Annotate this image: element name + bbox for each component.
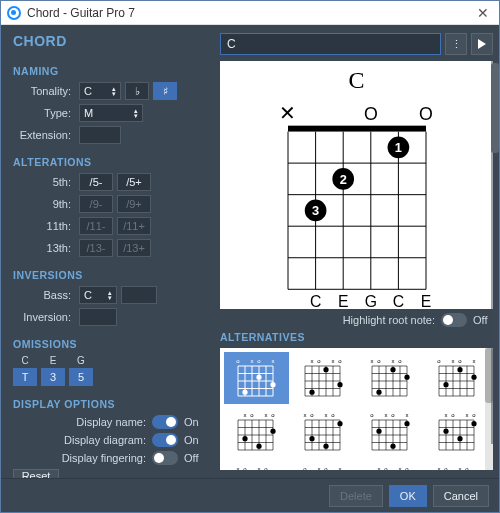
svg-text:x: x [311,358,314,364]
section-alterations: ALTERATIONS [13,156,204,168]
app-icon [7,6,21,20]
alternative-item[interactable]: oxox [424,352,489,404]
om-btn-2[interactable]: 5 [69,368,93,386]
svg-point-41 [257,375,262,380]
svg-point-115 [257,444,262,449]
svg-text:o: o [451,412,455,418]
svg-text:o: o [370,412,374,418]
more-button[interactable]: ⋮ [445,33,467,55]
svg-text:O: O [363,104,377,124]
svg-text:o: o [391,412,395,418]
type-select[interactable]: M [79,104,143,122]
svg-text:1: 1 [394,140,401,155]
alternative-item[interactable]: xoxo [291,352,356,404]
alternative-item[interactable]: xoxo [224,406,289,458]
sharp-button[interactable]: ♯ [153,82,177,100]
svg-text:o: o [258,358,262,364]
svg-text:G: G [364,293,376,309]
svg-point-151 [376,429,381,434]
svg-text:o: o [324,466,328,470]
type-label: Type: [13,107,75,119]
chord-search-input[interactable]: C [220,33,441,55]
alt-11th-plus: /11+ [117,217,151,235]
svg-point-131 [310,436,315,441]
left-panel: CHORD NAMING Tonality: C ♭ ♯ Type: M Ext… [1,25,214,478]
alternative-item[interactable]: xoxo [358,352,423,404]
om-note-2: G [77,355,85,366]
alternative-item[interactable]: xoxo [224,460,289,470]
ok-button[interactable]: OK [389,485,427,507]
svg-point-43 [243,390,248,395]
svg-text:o: o [303,466,307,470]
svg-point-42 [271,382,276,387]
tonality-select[interactable]: C [79,82,121,100]
alternative-item[interactable]: xoxo [291,406,356,458]
bass-select[interactable]: C [79,286,117,304]
section-alternatives: ALTERNATIVES [220,331,493,343]
chord-dialog: Chord - Guitar Pro 7 ✕ CHORD NAMING Tona… [0,0,500,513]
right-scrollbar[interactable] [491,53,499,444]
reset-button[interactable]: Reset [13,469,59,478]
om-btn-0[interactable]: T [13,368,37,386]
svg-text:x: x [318,466,321,470]
highlight-root-label: Highlight root note: [343,314,435,326]
alt-9th-label: 9th: [13,198,75,210]
svg-text:x: x [251,358,254,364]
svg-text:x: x [339,466,342,470]
alt-5th-minus[interactable]: /5- [79,173,113,191]
svg-text:o: o [458,358,462,364]
svg-text:x: x [272,358,275,364]
om-note-0: C [21,355,28,366]
alternative-item[interactable]: xoxo [358,460,423,470]
play-button[interactable] [471,33,493,55]
svg-text:x: x [391,358,394,364]
tonality-label: Tonality: [13,85,75,97]
svg-point-132 [324,444,329,449]
svg-text:o: o [465,466,469,470]
bass-accidental-select[interactable] [121,286,157,304]
om-btn-1[interactable]: 3 [41,368,65,386]
svg-text:E: E [420,293,431,309]
svg-text:o: o [272,412,276,418]
section-naming: NAMING [13,65,204,77]
cancel-button[interactable]: Cancel [433,485,489,507]
alternative-item[interactable]: xoxo [424,460,489,470]
svg-text:x: x [398,466,401,470]
display-name-state: On [184,416,204,428]
highlight-root-state: Off [473,314,493,326]
alternative-item[interactable]: oxox [224,352,289,404]
alternative-item[interactable]: oxox [358,406,423,458]
display-name-toggle[interactable] [152,415,178,429]
display-fingering-state: Off [184,452,204,464]
svg-point-96 [471,375,476,380]
svg-text:x: x [437,466,440,470]
svg-rect-3 [288,126,426,132]
alt-13th-minus: /13- [79,239,113,257]
svg-text:x: x [237,466,240,470]
inversion-select[interactable] [79,308,117,326]
alternative-item[interactable]: oxox [291,460,356,470]
extension-select[interactable] [79,126,121,144]
svg-point-113 [271,429,276,434]
svg-point-61 [324,367,329,372]
svg-point-95 [457,367,462,372]
svg-point-168 [443,429,448,434]
display-diagram-toggle[interactable] [152,433,178,447]
display-fingering-toggle[interactable] [152,451,178,465]
svg-point-60 [310,390,315,395]
svg-text:o: o [310,412,314,418]
section-inversions: INVERSIONS [13,269,204,281]
alternative-item[interactable]: xoxo [424,406,489,458]
delete-button[interactable]: Delete [329,485,383,507]
svg-point-167 [471,421,476,426]
svg-text:x: x [451,358,454,364]
flat-button[interactable]: ♭ [125,82,149,100]
highlight-root-toggle[interactable] [441,313,467,327]
fretboard-svg: ✕ O O [267,102,447,309]
close-icon[interactable]: ✕ [473,5,493,21]
svg-text:o: o [384,466,388,470]
svg-text:o: o [444,466,448,470]
svg-text:o: o [472,412,476,418]
alt-5th-plus[interactable]: /5+ [117,173,151,191]
alt-11th-minus: /11- [79,217,113,235]
